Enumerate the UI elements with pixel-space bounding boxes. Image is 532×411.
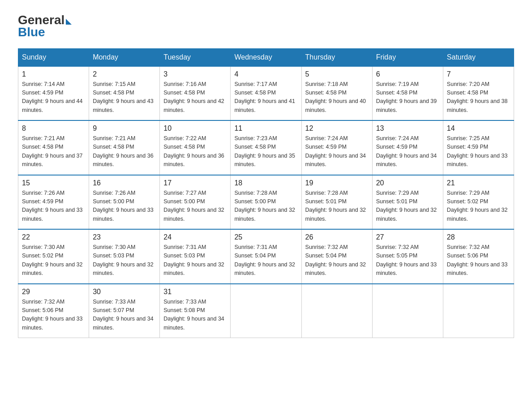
- calendar-cell: 26 Sunrise: 7:32 AMSunset: 5:04 PMDaylig…: [301, 229, 372, 284]
- day-number: 12: [305, 124, 369, 133]
- day-number: 13: [376, 124, 439, 133]
- day-info: Sunrise: 7:31 AMSunset: 5:04 PMDaylight:…: [234, 243, 297, 278]
- calendar-cell: 9 Sunrise: 7:21 AMSunset: 4:58 PMDayligh…: [89, 120, 160, 175]
- day-info: Sunrise: 7:31 AMSunset: 5:03 PMDaylight:…: [163, 243, 227, 278]
- day-number: 24: [163, 233, 227, 241]
- calendar-body: 1 Sunrise: 7:14 AMSunset: 4:59 PMDayligh…: [18, 66, 514, 338]
- calendar-cell: 2 Sunrise: 7:15 AMSunset: 4:58 PMDayligh…: [89, 66, 160, 121]
- day-info: Sunrise: 7:21 AMSunset: 4:58 PMDaylight:…: [93, 134, 156, 169]
- page-header: General Blue: [18, 13, 514, 39]
- calendar-cell: 6 Sunrise: 7:19 AMSunset: 4:58 PMDayligh…: [372, 66, 443, 121]
- calendar-cell: 13 Sunrise: 7:24 AMSunset: 4:59 PMDaylig…: [372, 120, 443, 175]
- calendar-cell: 27 Sunrise: 7:32 AMSunset: 5:05 PMDaylig…: [372, 229, 443, 284]
- day-info: Sunrise: 7:20 AMSunset: 4:58 PMDaylight:…: [447, 80, 510, 115]
- calendar-cell: [301, 284, 372, 338]
- day-info: Sunrise: 7:24 AMSunset: 4:59 PMDaylight:…: [376, 134, 439, 169]
- day-info: Sunrise: 7:16 AMSunset: 4:58 PMDaylight:…: [163, 80, 227, 115]
- calendar-cell: [372, 284, 443, 338]
- day-number: 18: [234, 179, 297, 187]
- day-info: Sunrise: 7:32 AMSunset: 5:04 PMDaylight:…: [305, 243, 369, 278]
- day-number: 30: [93, 288, 156, 296]
- day-info: Sunrise: 7:28 AMSunset: 5:01 PMDaylight:…: [305, 189, 369, 224]
- column-header-saturday: Saturday: [443, 48, 514, 66]
- calendar-cell: 1 Sunrise: 7:14 AMSunset: 4:59 PMDayligh…: [18, 66, 89, 121]
- day-info: Sunrise: 7:30 AMSunset: 5:03 PMDaylight:…: [93, 243, 156, 278]
- day-number: 11: [234, 124, 297, 133]
- calendar-cell: 5 Sunrise: 7:18 AMSunset: 4:58 PMDayligh…: [301, 66, 372, 121]
- calendar-cell: 19 Sunrise: 7:28 AMSunset: 5:01 PMDaylig…: [301, 175, 372, 230]
- calendar-cell: 14 Sunrise: 7:25 AMSunset: 4:59 PMDaylig…: [443, 120, 514, 175]
- day-info: Sunrise: 7:25 AMSunset: 4:59 PMDaylight:…: [447, 134, 510, 169]
- calendar-cell: 12 Sunrise: 7:24 AMSunset: 4:59 PMDaylig…: [301, 120, 372, 175]
- day-number: 22: [22, 233, 85, 241]
- day-number: 5: [305, 70, 369, 78]
- day-number: 28: [447, 233, 510, 241]
- column-header-wednesday: Wednesday: [231, 48, 301, 66]
- day-number: 31: [163, 288, 227, 296]
- logo: General Blue: [18, 13, 72, 39]
- calendar-cell: 23 Sunrise: 7:30 AMSunset: 5:03 PMDaylig…: [89, 229, 160, 284]
- calendar-cell: 15 Sunrise: 7:26 AMSunset: 4:59 PMDaylig…: [18, 175, 89, 230]
- day-number: 15: [22, 179, 85, 187]
- calendar-cell: 18 Sunrise: 7:28 AMSunset: 5:00 PMDaylig…: [231, 175, 301, 230]
- calendar-cell: 20 Sunrise: 7:29 AMSunset: 5:01 PMDaylig…: [372, 175, 443, 230]
- day-info: Sunrise: 7:23 AMSunset: 4:58 PMDaylight:…: [234, 134, 297, 169]
- week-row-4: 22 Sunrise: 7:30 AMSunset: 5:02 PMDaylig…: [18, 229, 514, 284]
- calendar-cell: 17 Sunrise: 7:27 AMSunset: 5:00 PMDaylig…: [160, 175, 231, 230]
- day-info: Sunrise: 7:29 AMSunset: 5:01 PMDaylight:…: [376, 189, 439, 224]
- calendar-cell: 22 Sunrise: 7:30 AMSunset: 5:02 PMDaylig…: [18, 229, 89, 284]
- calendar-cell: 16 Sunrise: 7:26 AMSunset: 5:00 PMDaylig…: [89, 175, 160, 230]
- column-header-sunday: Sunday: [18, 48, 89, 66]
- day-number: 27: [376, 233, 439, 241]
- day-number: 3: [163, 70, 227, 78]
- day-number: 4: [234, 70, 297, 78]
- day-number: 10: [163, 124, 227, 133]
- calendar-header: SundayMondayTuesdayWednesdayThursdayFrid…: [18, 48, 514, 66]
- day-info: Sunrise: 7:24 AMSunset: 4:59 PMDaylight:…: [305, 134, 369, 169]
- day-number: 8: [22, 124, 85, 133]
- calendar-cell: 3 Sunrise: 7:16 AMSunset: 4:58 PMDayligh…: [160, 66, 231, 121]
- day-number: 1: [22, 70, 85, 78]
- column-header-friday: Friday: [372, 48, 443, 66]
- day-info: Sunrise: 7:18 AMSunset: 4:58 PMDaylight:…: [305, 80, 369, 115]
- day-number: 9: [93, 124, 156, 133]
- day-info: Sunrise: 7:22 AMSunset: 4:58 PMDaylight:…: [163, 134, 227, 169]
- calendar-cell: 11 Sunrise: 7:23 AMSunset: 4:58 PMDaylig…: [231, 120, 301, 175]
- day-info: Sunrise: 7:17 AMSunset: 4:58 PMDaylight:…: [234, 80, 297, 115]
- calendar-cell: 8 Sunrise: 7:21 AMSunset: 4:58 PMDayligh…: [18, 120, 89, 175]
- calendar-cell: 25 Sunrise: 7:31 AMSunset: 5:04 PMDaylig…: [231, 229, 301, 284]
- calendar-cell: 31 Sunrise: 7:33 AMSunset: 5:08 PMDaylig…: [160, 284, 231, 338]
- logo-blue-text: Blue: [18, 26, 72, 39]
- day-info: Sunrise: 7:14 AMSunset: 4:59 PMDaylight:…: [22, 80, 85, 115]
- calendar-cell: 24 Sunrise: 7:31 AMSunset: 5:03 PMDaylig…: [160, 229, 231, 284]
- calendar-cell: 4 Sunrise: 7:17 AMSunset: 4:58 PMDayligh…: [231, 66, 301, 121]
- day-info: Sunrise: 7:27 AMSunset: 5:00 PMDaylight:…: [163, 189, 227, 224]
- day-info: Sunrise: 7:15 AMSunset: 4:58 PMDaylight:…: [93, 80, 156, 115]
- calendar-cell: 29 Sunrise: 7:32 AMSunset: 5:06 PMDaylig…: [18, 284, 89, 338]
- day-info: Sunrise: 7:26 AMSunset: 4:59 PMDaylight:…: [22, 189, 85, 224]
- logo-arrow-icon: [66, 19, 72, 25]
- day-number: 19: [305, 179, 369, 187]
- calendar-cell: 10 Sunrise: 7:22 AMSunset: 4:58 PMDaylig…: [160, 120, 231, 175]
- week-row-2: 8 Sunrise: 7:21 AMSunset: 4:58 PMDayligh…: [18, 120, 514, 175]
- day-number: 16: [93, 179, 156, 187]
- calendar-cell: [231, 284, 301, 338]
- day-number: 25: [234, 233, 297, 241]
- day-info: Sunrise: 7:21 AMSunset: 4:58 PMDaylight:…: [22, 134, 85, 169]
- day-info: Sunrise: 7:29 AMSunset: 5:02 PMDaylight:…: [447, 189, 510, 224]
- day-number: 20: [376, 179, 439, 187]
- calendar-cell: 28 Sunrise: 7:32 AMSunset: 5:06 PMDaylig…: [443, 229, 514, 284]
- calendar-cell: 21 Sunrise: 7:29 AMSunset: 5:02 PMDaylig…: [443, 175, 514, 230]
- day-info: Sunrise: 7:32 AMSunset: 5:06 PMDaylight:…: [22, 298, 85, 333]
- day-info: Sunrise: 7:28 AMSunset: 5:00 PMDaylight:…: [234, 189, 297, 224]
- column-header-monday: Monday: [89, 48, 160, 66]
- day-number: 17: [163, 179, 227, 187]
- day-info: Sunrise: 7:19 AMSunset: 4:58 PMDaylight:…: [376, 80, 439, 115]
- day-info: Sunrise: 7:33 AMSunset: 5:07 PMDaylight:…: [93, 298, 156, 333]
- day-number: 23: [93, 233, 156, 241]
- day-number: 26: [305, 233, 369, 241]
- day-info: Sunrise: 7:32 AMSunset: 5:05 PMDaylight:…: [376, 243, 439, 278]
- day-number: 2: [93, 70, 156, 78]
- day-info: Sunrise: 7:30 AMSunset: 5:02 PMDaylight:…: [22, 243, 85, 278]
- week-row-3: 15 Sunrise: 7:26 AMSunset: 4:59 PMDaylig…: [18, 175, 514, 230]
